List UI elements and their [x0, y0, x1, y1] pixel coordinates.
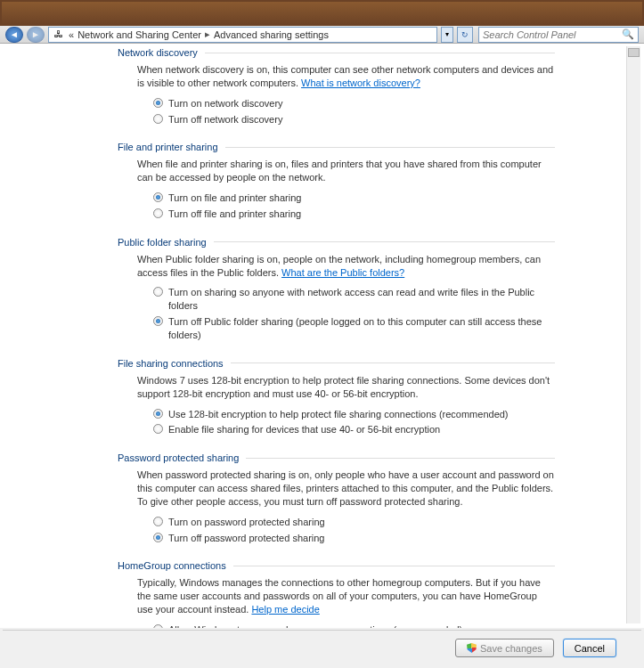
section-file-printer-sharing: File and printer sharing When file and p… — [123, 142, 555, 220]
main-content: Network discovery When network discovery… — [0, 44, 644, 628]
breadcrumb-item-advanced[interactable]: Advanced sharing settings — [214, 29, 329, 40]
section-homegroup-connections: HomeGroup connections Typically, Windows… — [123, 560, 555, 628]
radio-label[interactable]: Turn off file and printer sharing — [168, 208, 301, 221]
section-description: When network discovery is on, this compu… — [137, 63, 555, 90]
radio-file-printer-on[interactable] — [153, 192, 163, 202]
section-password-protected-sharing: Password protected sharing When password… — [123, 452, 555, 544]
section-network-discovery: Network discovery When network discovery… — [123, 47, 555, 126]
radio-label[interactable]: Turn off password protected sharing — [168, 532, 324, 545]
radio-encryption-128[interactable] — [153, 409, 163, 419]
search-box[interactable]: 🔍 — [478, 27, 639, 43]
section-public-folder-sharing: Public folder sharing When Public folder… — [123, 237, 555, 342]
address-bar: ◄ ► 🖧 « Network and Sharing Center ▸ Adv… — [0, 26, 644, 44]
section-file-sharing-connections: File sharing connections Windows 7 uses … — [123, 358, 555, 436]
section-description: Typically, Windows manages the connectio… — [137, 576, 555, 616]
path-dropdown[interactable]: ▾ — [441, 27, 453, 43]
link-what-is-network-discovery[interactable]: What is network discovery? — [301, 77, 420, 88]
breadcrumb-sep: ▸ — [205, 29, 210, 40]
section-description: When Public folder sharing is on, people… — [137, 253, 555, 280]
radio-label[interactable]: Enable file sharing for devices that use… — [168, 423, 440, 436]
radio-homegroup-windows[interactable] — [153, 624, 163, 628]
radio-network-discovery-off[interactable] — [153, 114, 163, 124]
radio-public-folder-off[interactable] — [153, 316, 163, 326]
radio-label[interactable]: Turn off network discovery — [168, 113, 282, 126]
scrollbar[interactable] — [626, 46, 640, 623]
link-what-are-public-folders[interactable]: What are the Public folders? — [281, 267, 404, 278]
search-icon: 🔍 — [622, 29, 634, 40]
breadcrumb-sep: « — [69, 29, 74, 40]
search-input[interactable] — [483, 29, 622, 40]
section-title: Password protected sharing — [118, 452, 239, 463]
radio-label[interactable]: Turn on password protected sharing — [168, 516, 325, 529]
link-help-me-decide[interactable]: Help me decide — [251, 604, 319, 615]
control-panel-icon: 🖧 — [53, 29, 65, 41]
radio-label[interactable]: Turn on file and printer sharing — [168, 191, 301, 205]
radio-encryption-40-56[interactable] — [153, 424, 163, 434]
footer: Save changes Cancel — [3, 630, 641, 665]
forward-button[interactable]: ► — [27, 27, 45, 43]
radio-network-discovery-on[interactable] — [153, 98, 163, 108]
section-description: Windows 7 uses 128-bit encryption to hel… — [137, 374, 555, 401]
cancel-button[interactable]: Cancel — [563, 639, 616, 657]
radio-label[interactable]: Turn off Public folder sharing (people l… — [168, 315, 555, 342]
breadcrumb[interactable]: 🖧 « Network and Sharing Center ▸ Advance… — [48, 27, 437, 43]
radio-public-folder-on[interactable] — [153, 287, 163, 297]
save-changes-button[interactable]: Save changes — [455, 639, 554, 657]
section-title: Public folder sharing — [118, 237, 207, 248]
radio-label[interactable]: Use 128-bit encryption to help protect f… — [168, 408, 509, 421]
breadcrumb-item-nsc[interactable]: Network and Sharing Center — [77, 29, 201, 40]
radio-password-on[interactable] — [153, 517, 163, 526]
radio-label[interactable]: Turn on sharing so anyone with network a… — [168, 286, 555, 313]
section-title: File sharing connections — [118, 358, 224, 369]
radio-label[interactable]: Allow Windows to manage homegroup connec… — [168, 623, 462, 628]
shield-icon — [467, 643, 477, 653]
section-description: When password protected sharing is on, o… — [137, 468, 555, 509]
section-title: Network discovery — [118, 47, 198, 58]
radio-file-printer-off[interactable] — [153, 208, 163, 218]
section-title: File and printer sharing — [118, 142, 218, 152]
radio-label[interactable]: Turn on network discovery — [168, 97, 283, 110]
section-title: HomeGroup connections — [118, 560, 226, 571]
radio-password-off[interactable] — [153, 533, 163, 542]
section-description: When file and printer sharing is on, fil… — [137, 158, 555, 184]
refresh-button[interactable]: ↻ — [457, 27, 473, 43]
back-button[interactable]: ◄ — [5, 27, 23, 43]
scroll-thumb[interactable] — [628, 48, 640, 57]
